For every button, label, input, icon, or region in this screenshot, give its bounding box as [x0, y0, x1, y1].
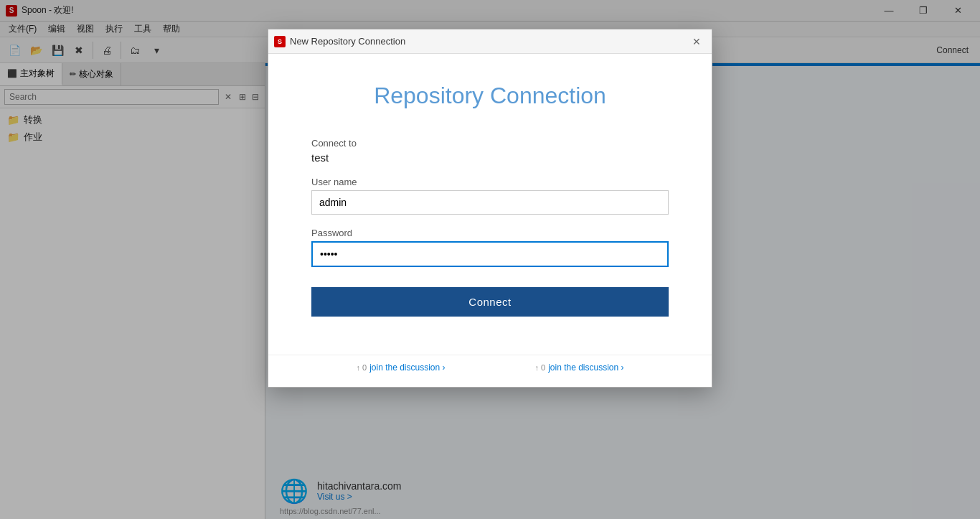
modal-titlebar: S New Repository Connection ✕ — [268, 29, 712, 54]
footer-discussion-2[interactable]: join the discussion › — [548, 363, 623, 373]
footer-count-1: ↑ 0 — [356, 363, 367, 372]
connect-to-group: Connect to test — [311, 138, 669, 164]
connect-modal-button[interactable]: Connect — [311, 287, 669, 317]
modal-footer: ↑ 0 join the discussion › ↑ 0 join the d… — [268, 355, 712, 387]
connect-to-value: test — [311, 151, 669, 164]
modal-title-left: S New Repository Connection — [274, 36, 405, 47]
footer-count-2: ↑ 0 — [534, 363, 545, 372]
username-label: User name — [311, 177, 669, 187]
modal-heading: Repository Connection — [374, 83, 606, 109]
password-input[interactable] — [311, 241, 669, 267]
username-input[interactable] — [311, 190, 669, 215]
footer-link-2[interactable]: ↑ 0 join the discussion › — [534, 363, 623, 373]
password-label: Password — [311, 228, 669, 238]
modal-title: New Repository Connection — [290, 36, 405, 47]
footer-link-1[interactable]: ↑ 0 join the discussion › — [356, 363, 445, 373]
footer-discussion-1[interactable]: join the discussion › — [369, 363, 445, 373]
repository-connection-dialog: S New Repository Connection ✕ Repository… — [268, 29, 712, 388]
modal-overlay: S New Repository Connection ✕ Repository… — [0, 0, 980, 519]
username-group: User name — [311, 177, 669, 215]
password-group: Password — [311, 228, 669, 267]
modal-app-icon: S — [274, 36, 286, 47]
connect-to-label: Connect to — [311, 138, 669, 149]
modal-close-button[interactable]: ✕ — [687, 32, 706, 51]
modal-body: Repository Connection Connect to test Us… — [268, 54, 712, 355]
